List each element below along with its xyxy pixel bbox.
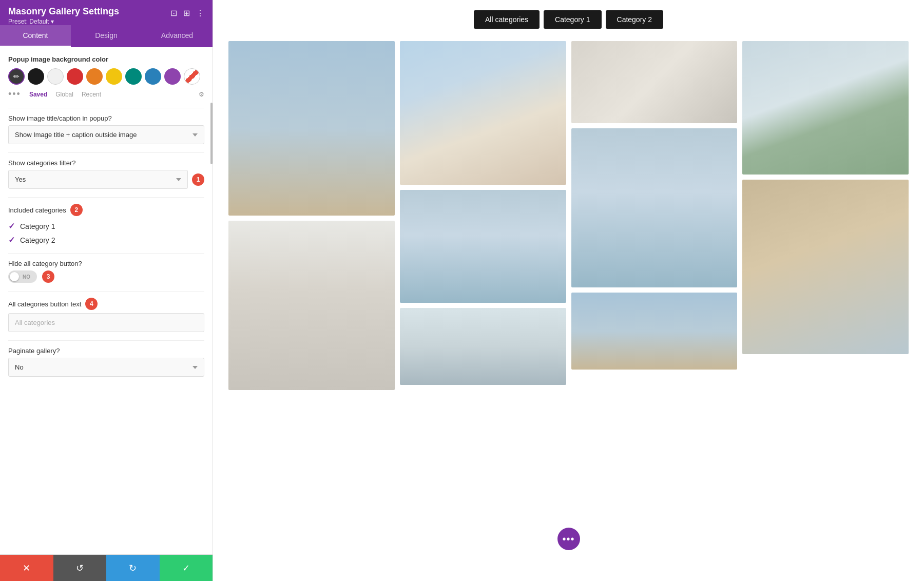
masonry-col-4 [742, 41, 909, 390]
color-orange-swatch[interactable] [86, 68, 103, 85]
gallery-image-2[interactable] [400, 41, 566, 185]
gallery-image-7[interactable] [571, 128, 738, 287]
hide-all-toggle[interactable]: NO [8, 270, 37, 283]
show-filter-group: Show categories filter? Yes 1 [8, 159, 204, 189]
color-settings-icon[interactable]: ⚙ [199, 91, 204, 98]
expand-icon[interactable]: ⊡ [170, 8, 177, 18]
color-tab-saved[interactable]: Saved [29, 91, 47, 98]
color-saved-row: ••• Saved Global Recent ⚙ [8, 89, 204, 100]
color-picker-row: ✏ [8, 68, 204, 85]
color-pencil-swatch[interactable]: ✏ [8, 68, 25, 85]
panel-header-icons: ⊡ ⊞ ⋮ [170, 6, 204, 18]
undo-button[interactable]: ↺ [53, 555, 107, 581]
masonry-grid [228, 41, 909, 390]
badge-3: 3 [42, 270, 54, 283]
badge-2: 2 [70, 204, 83, 216]
gallery-image-3[interactable] [571, 41, 738, 123]
included-label: Included categories [8, 206, 66, 214]
tab-content[interactable]: Content [0, 25, 71, 47]
gallery-image-10[interactable] [571, 293, 738, 370]
floating-dots-button[interactable]: ••• [557, 528, 580, 550]
save-button[interactable]: ✓ [160, 555, 213, 581]
divider-4 [8, 253, 204, 254]
panel-body: Popup image background color ✏ ••• Saved… [0, 47, 213, 554]
masonry-col-3 [571, 41, 738, 390]
color-yellow-swatch[interactable] [106, 68, 122, 85]
tab-design[interactable]: Design [71, 25, 142, 47]
color-tab-recent[interactable]: Recent [82, 91, 101, 98]
divider-2 [8, 152, 204, 153]
category-check-2: ✓ [8, 235, 15, 245]
category-check-1: ✓ [8, 221, 15, 231]
color-purple-swatch[interactable] [164, 68, 181, 85]
gallery-preview: All categories Category 1 Category 2 • [213, 0, 924, 581]
show-title-select[interactable]: Show Image title + caption outside image [8, 125, 204, 144]
divider-3 [8, 197, 204, 198]
show-title-label: Show image title/caption in popup? [8, 114, 204, 122]
badge-4: 4 [85, 298, 98, 310]
gallery-image-8[interactable] [742, 180, 909, 354]
masonry-col-1 [228, 41, 395, 390]
redo-button[interactable]: ↻ [106, 555, 160, 581]
color-black-swatch[interactable] [28, 68, 44, 85]
show-filter-label: Show categories filter? [8, 159, 204, 167]
filter-all-categories[interactable]: All categories [474, 10, 540, 29]
divider-5 [8, 291, 204, 292]
color-more-dots[interactable]: ••• [8, 89, 21, 100]
grid-icon[interactable]: ⊞ [183, 8, 190, 18]
tab-advanced[interactable]: Advanced [142, 25, 213, 47]
panel-bottom-bar: ✕ ↺ ↻ ✓ [0, 554, 213, 581]
color-red-swatch[interactable] [67, 68, 83, 85]
panel-header-left: Masonry Gallery Settings Preset: Default… [8, 6, 170, 25]
masonry-col-2 [400, 41, 566, 390]
divider-1 [8, 108, 204, 108]
panel-title: Masonry Gallery Settings [8, 6, 170, 17]
category-name-2: Category 2 [20, 236, 55, 244]
gallery-image-4[interactable] [742, 41, 909, 175]
toggle-no-label: NO [23, 274, 30, 280]
show-filter-select[interactable]: Yes [8, 170, 188, 189]
gallery-image-1[interactable] [228, 41, 395, 216]
paginate-group: Paginate gallery? No [8, 347, 204, 377]
hide-all-group: Hide all category button? NO 3 [8, 260, 204, 283]
panel-header: Masonry Gallery Settings Preset: Default… [0, 0, 213, 25]
color-white-swatch[interactable] [47, 68, 64, 85]
color-blue-swatch[interactable] [145, 68, 161, 85]
badge-1: 1 [192, 173, 204, 186]
toggle-row: NO 3 [8, 270, 204, 283]
toggle-knob [10, 272, 19, 281]
show-title-group: Show image title/caption in popup? Show … [8, 114, 204, 144]
category-item-1[interactable]: ✓ Category 1 [8, 221, 204, 231]
more-icon[interactable]: ⋮ [196, 8, 204, 18]
category-name-1: Category 1 [20, 222, 55, 230]
included-header: Included categories 2 [8, 204, 204, 216]
scroll-indicator [210, 103, 213, 164]
paginate-select[interactable]: No [8, 358, 204, 377]
gallery-image-9[interactable] [400, 308, 566, 385]
filter-category-2[interactable]: Category 2 [606, 10, 663, 29]
all-cat-text-group: All categories button text 4 [8, 298, 204, 332]
paginate-label: Paginate gallery? [8, 347, 204, 355]
filter-bar: All categories Category 1 Category 2 [228, 10, 909, 29]
gallery-image-6[interactable] [400, 190, 566, 303]
cancel-button[interactable]: ✕ [0, 555, 53, 581]
color-none-swatch[interactable] [184, 68, 200, 85]
included-categories-group: Included categories 2 ✓ Category 1 ✓ Cat… [8, 204, 204, 245]
hide-all-label: Hide all category button? [8, 260, 204, 267]
settings-panel: Masonry Gallery Settings Preset: Default… [0, 0, 213, 581]
panel-preset[interactable]: Preset: Default ▾ [8, 18, 170, 25]
color-teal-swatch[interactable] [125, 68, 142, 85]
all-cat-text-label: All categories button text [8, 300, 81, 308]
popup-bg-label: Popup image background color [8, 55, 204, 63]
panel-tabs: Content Design Advanced [0, 25, 213, 47]
popup-bg-color-group: Popup image background color ✏ ••• Saved… [8, 55, 204, 100]
gallery-image-5[interactable] [228, 221, 395, 390]
all-cat-text-input[interactable] [8, 313, 204, 332]
divider-6 [8, 340, 204, 341]
filter-category-1[interactable]: Category 1 [544, 10, 601, 29]
category-item-2[interactable]: ✓ Category 2 [8, 235, 204, 245]
color-tab-global[interactable]: Global [55, 91, 73, 98]
